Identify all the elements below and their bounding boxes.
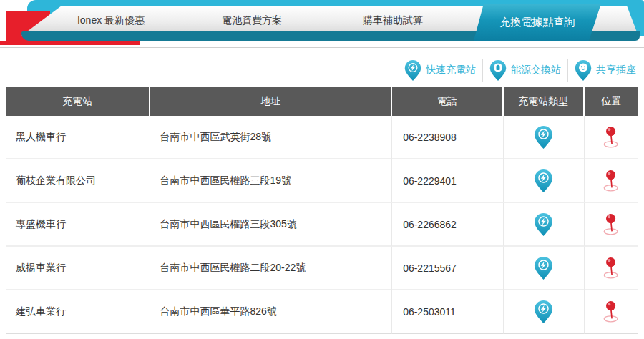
map-pin-icon[interactable] — [601, 170, 621, 192]
station-name: 黑人機車行 — [6, 116, 150, 159]
station-phone: 06-2503011 — [392, 290, 504, 334]
station-name: 專盛機車行 — [6, 203, 150, 247]
station-location-cell — [585, 116, 638, 159]
fast-charge-pin-icon — [534, 212, 553, 237]
map-pin-icon[interactable] — [601, 213, 621, 236]
legend-item-battery-swap: 能源交換站 — [482, 59, 567, 82]
table-row: 專盛機車行 台南市中西區民權路三段305號 06-2266862 — [6, 203, 638, 247]
station-type-cell — [504, 159, 585, 203]
tab-header: Ionex 最新優惠 電池資費方案 購車補助試算 充換電據點查詢 — [0, 0, 644, 50]
header-red-underline — [0, 41, 140, 45]
station-address: 台南市中西區華平路826號 — [150, 290, 392, 334]
header-station-type: 充電站類型 — [504, 87, 585, 116]
table-row: 建弘車業行 台南市中西區華平路826號 06-2503011 — [6, 290, 638, 334]
shared-socket-pin-icon — [575, 59, 592, 82]
header-address: 地址 — [150, 87, 392, 116]
charging-station-table-wrap: 充電站 地址 電話 充電站類型 位置 黑人機車行 台南市中西區武英街28號 06… — [6, 87, 638, 334]
station-phone: 06-2215567 — [392, 247, 504, 290]
station-type-cell — [504, 290, 585, 334]
header-phone: 電話 — [392, 87, 504, 116]
station-name: 葡枝企業有限公司 — [6, 159, 150, 203]
header-location: 位置 — [585, 87, 638, 116]
fast-charge-pin-icon — [534, 169, 553, 193]
charging-station-table: 充電站 地址 電話 充電站類型 位置 黑人機車行 台南市中西區武英街28號 06… — [6, 87, 638, 334]
legend-label-fast-charge: 快速充電站 — [426, 64, 476, 77]
station-location-cell — [585, 290, 638, 334]
table-row: 黑人機車行 台南市中西區武英街28號 06-2238908 — [6, 116, 638, 159]
table-header-row: 充電站 地址 電話 充電站類型 位置 — [6, 87, 638, 116]
legend-label-battery-swap: 能源交換站 — [511, 64, 561, 77]
fast-charge-pin-icon — [404, 59, 421, 82]
header-station-name: 充電站 — [6, 87, 150, 116]
table-row: 葡枝企業有限公司 台南市中西區民權路三段19號 06-2229401 — [6, 159, 638, 203]
battery-swap-pin-icon — [489, 59, 507, 82]
station-location-cell — [585, 159, 638, 203]
fast-charge-pin-icon — [534, 125, 553, 149]
station-location-cell — [585, 203, 638, 247]
station-phone: 06-2229401 — [392, 159, 504, 203]
table-row: 威揚車業行 台南市中西區民權路二段20-22號 06-2215567 — [6, 247, 638, 290]
map-pin-icon[interactable] — [601, 126, 621, 149]
station-name: 建弘車業行 — [6, 290, 150, 334]
map-pin-icon[interactable] — [601, 300, 621, 323]
station-table-body: 黑人機車行 台南市中西區武英街28號 06-2238908 葡枝企業有限公司 台… — [6, 116, 638, 334]
station-address: 台南市中西區民權路三段305號 — [150, 203, 392, 247]
station-type-cell — [504, 247, 585, 290]
station-address: 台南市中西區民權路二段20-22號 — [150, 247, 392, 290]
fast-charge-pin-icon — [534, 300, 553, 324]
station-address: 台南市中西區武英街28號 — [150, 116, 392, 159]
map-pin-icon[interactable] — [601, 257, 621, 280]
station-phone: 06-2266862 — [392, 203, 504, 247]
legend-item-shared-socket: 共享插座 — [567, 59, 643, 82]
header-divider-line — [0, 47, 644, 48]
charging-station-lookup-page: Ionex 最新優惠 電池資費方案 購車補助試算 充換電據點查詢 快速充電站 — [0, 0, 644, 339]
station-address: 台南市中西區民權路三段19號 — [150, 159, 392, 203]
tab-charging-station-lookup[interactable]: 充換電據點查詢 — [474, 4, 601, 41]
legend-item-fast-charge: 快速充電站 — [398, 59, 482, 82]
station-type-cell — [504, 116, 585, 159]
station-type-legend: 快速充電站 能源交換站 共享插座 — [398, 56, 643, 84]
legend-label-shared-socket: 共享插座 — [596, 64, 636, 77]
station-location-cell — [585, 247, 638, 290]
station-name: 威揚車業行 — [6, 247, 150, 290]
station-type-cell — [504, 203, 585, 247]
fast-charge-pin-icon — [534, 256, 553, 280]
station-phone: 06-2238908 — [392, 116, 504, 159]
